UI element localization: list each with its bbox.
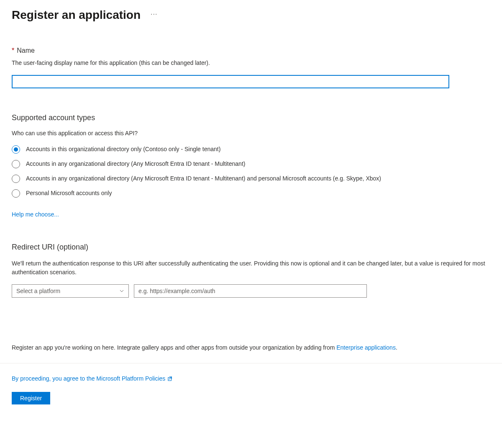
radio-label: Accounts in this organizational director… [26, 145, 229, 154]
help-me-choose-link[interactable]: Help me choose... [12, 211, 59, 218]
footer-note: Register an app you're working on here. … [12, 344, 490, 352]
radio-indicator [12, 145, 20, 154]
svg-rect-0 [168, 378, 171, 381]
footer-note-suffix: . [396, 344, 397, 351]
redirect-uri-description: We'll return the authentication response… [12, 259, 490, 277]
radio-label: Personal Microsoft accounts only [26, 189, 120, 198]
radio-label: Accounts in any organizational directory… [26, 160, 254, 168]
radio-multitenant-personal[interactable]: Accounts in any organizational directory… [12, 174, 490, 183]
radio-label: Accounts in any organizational directory… [26, 174, 389, 183]
footer-note-prefix: Register an app you're working on here. … [12, 344, 336, 351]
radio-multitenant[interactable]: Accounts in any organizational directory… [12, 160, 490, 168]
radio-indicator [12, 160, 20, 168]
name-label: * Name [12, 47, 490, 54]
required-asterisk: * [12, 47, 14, 54]
policies-link-text: By proceeding, you agree to the Microsof… [12, 375, 165, 382]
radio-single-tenant[interactable]: Accounts in this organizational director… [12, 145, 490, 154]
redirect-uri-title: Redirect URI (optional) [12, 243, 490, 252]
radio-dot [14, 147, 18, 152]
more-icon[interactable]: ··· [151, 10, 157, 20]
account-types-subtitle: Who can use this application or access t… [12, 130, 490, 136]
platform-policies-link[interactable]: By proceeding, you agree to the Microsof… [12, 375, 173, 382]
name-description: The user-facing display name for this ap… [12, 59, 490, 67]
redirect-uri-input[interactable] [134, 284, 367, 298]
name-input[interactable] [12, 75, 449, 88]
account-types-radio-group: Accounts in this organizational director… [12, 145, 490, 198]
page-title: Register an application [12, 8, 141, 22]
chevron-down-icon [119, 288, 124, 294]
enterprise-applications-link[interactable]: Enterprise applications [336, 344, 396, 351]
register-button[interactable]: Register [12, 392, 50, 404]
radio-indicator [12, 189, 20, 198]
platform-select-value: Select a platform [16, 288, 60, 294]
external-link-icon [168, 376, 173, 381]
radio-indicator [12, 175, 20, 183]
account-types-title: Supported account types [12, 113, 490, 122]
name-label-text: Name [17, 47, 35, 54]
platform-select[interactable]: Select a platform [12, 284, 129, 298]
divider [0, 363, 502, 363]
radio-personal-only[interactable]: Personal Microsoft accounts only [12, 189, 490, 198]
